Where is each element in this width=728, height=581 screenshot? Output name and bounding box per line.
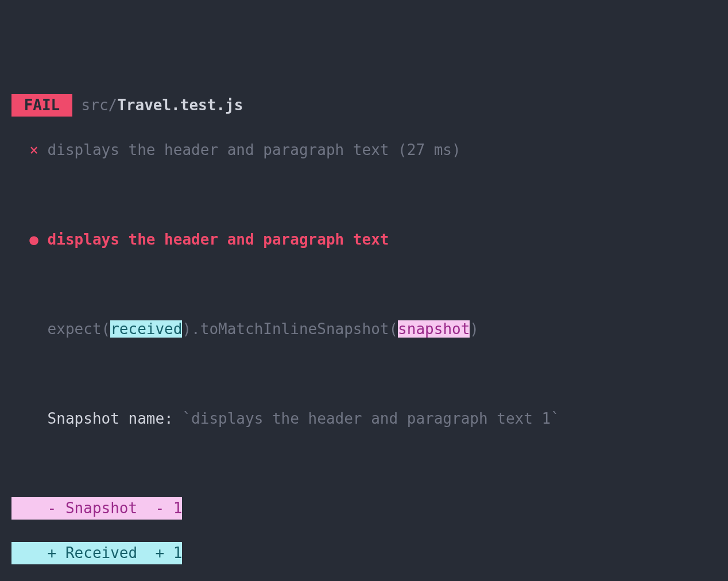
test-summary-line: × displays the header and paragraph text… xyxy=(0,139,728,161)
received-keyword: received xyxy=(110,320,182,338)
expect-mid: ).toMatchInlineSnapshot( xyxy=(182,320,398,338)
x-icon: × xyxy=(11,141,38,158)
snapname-label: Snapshot name: xyxy=(11,410,182,427)
expect-line: expect(received).toMatchInlineSnapshot(s… xyxy=(0,318,728,340)
path-file: Travel.test.js xyxy=(117,96,243,114)
blank-line xyxy=(0,273,728,296)
snapname-value: `displays the header and paragraph text … xyxy=(182,410,559,427)
expect-end: ) xyxy=(470,320,479,338)
legend-snapshot-line: - Snapshot - 1 xyxy=(0,497,728,520)
blank-line xyxy=(0,363,728,385)
legend-snapshot: - Snapshot - 1 xyxy=(11,497,182,520)
path-prefix: src/ xyxy=(72,96,117,114)
blank-line xyxy=(0,452,728,475)
test-title: displays the header and paragraph text xyxy=(38,231,389,248)
expect-pre: expect( xyxy=(11,320,110,338)
file-header-line: FAIL src/Travel.test.js xyxy=(0,94,728,117)
test-summary-text: displays the header and paragraph text (… xyxy=(38,141,461,158)
legend-received-line: + Received + 1 xyxy=(0,542,728,564)
snapshot-keyword: snapshot xyxy=(398,320,470,338)
blank-line xyxy=(0,184,728,206)
legend-received: + Received + 1 xyxy=(11,542,182,564)
fail-badge: FAIL xyxy=(11,94,72,117)
bullet-icon: ● xyxy=(11,231,38,248)
test-title-line: ● displays the header and paragraph text xyxy=(0,228,728,251)
snapshot-name-line: Snapshot name: `displays the header and … xyxy=(0,408,728,430)
